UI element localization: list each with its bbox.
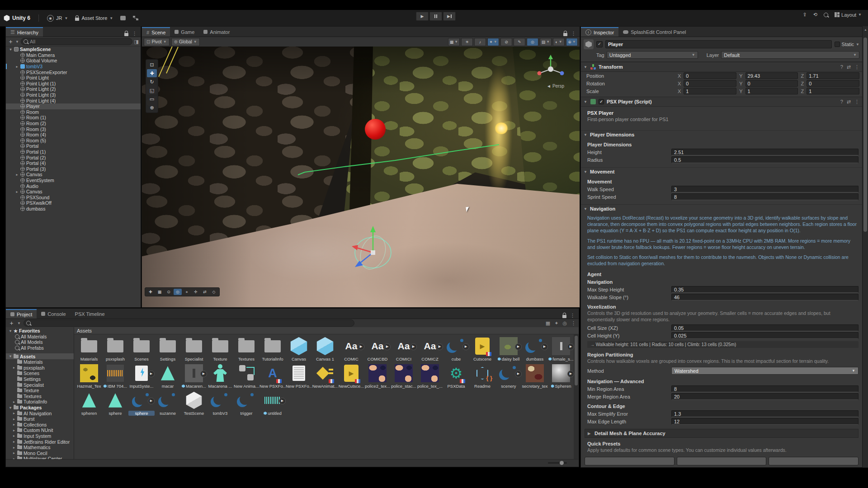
expand-arrow-icon[interactable]: ▶ — [515, 343, 522, 350]
asset-tile[interactable]: ▶ scenery — [495, 363, 522, 389]
x-value-field[interactable]: 0 — [684, 72, 736, 79]
view-tool-button[interactable]: ⊡ — [147, 61, 157, 69]
expand-arrow-icon[interactable]: ▶ — [384, 343, 391, 350]
presets-icon[interactable]: ⇄ — [847, 64, 851, 70]
pivot-toggle[interactable]: ⊡Pivot▼ — [144, 38, 170, 46]
effects-toggle-button[interactable]: ✦▼ — [487, 38, 499, 46]
asset-tile[interactable]: ▶ Hazmat_Tex — [76, 363, 102, 389]
hierarchy-search-input[interactable]: All — [21, 38, 132, 45]
play-button[interactable]: ▶ — [416, 12, 429, 21]
asset-tile[interactable]: ▶ female_s... — [548, 336, 574, 361]
asset-tile[interactable]: ▶ COMICI — [391, 336, 417, 361]
add-overlay-icon[interactable]: ✛ — [192, 289, 200, 295]
asset-tile[interactable]: ▶ New PSXFo... — [259, 363, 286, 389]
value-field[interactable]: 0.025 — [671, 332, 859, 339]
y-value-field[interactable]: 0 — [745, 80, 798, 87]
tab-splashedit[interactable]: SplashEdit Control Panel — [618, 27, 690, 37]
asset-tile[interactable]: ▶ Canvas — [286, 336, 312, 361]
add-asset-button[interactable]: ＋ — [9, 319, 14, 327]
expand-arrow-icon[interactable]: ▶ — [358, 343, 364, 350]
asset-tile[interactable]: ▶ suzanne — [155, 390, 181, 416]
transform-tool-button[interactable]: ⊕ — [147, 103, 157, 112]
project-search-input[interactable] — [24, 319, 354, 327]
tree-folder[interactable]: ▸ psxsplash — [6, 365, 74, 371]
hierarchy-item[interactable]: ▸ tombV3 — [6, 64, 141, 70]
asset-tile[interactable]: ▶ Cutscene — [469, 336, 495, 361]
asset-tile[interactable]: ▶ NewCutsce... — [338, 363, 364, 389]
hierarchy-item[interactable]: Portal — [6, 143, 141, 149]
asset-tile[interactable]: ▶ dumbass — [522, 336, 548, 361]
rect-tool-button[interactable]: ▭ — [147, 95, 157, 103]
player-dimensions-foldout[interactable]: ▼Player Dimensions — [581, 130, 862, 139]
help-icon[interactable]: ? — [840, 64, 843, 70]
expand-arrow-icon[interactable]: ▶ — [148, 371, 155, 377]
tree-package[interactable]: ▸ Collections — [6, 422, 74, 428]
asset-tile[interactable]: ▶ PSXData — [443, 363, 469, 389]
assets-root[interactable]: ▾ Assets — [6, 353, 74, 359]
asset-tile[interactable]: ▶ COMICZ — [417, 336, 443, 361]
asset-tile[interactable]: ▶ NewAnimat... — [312, 363, 338, 389]
camera-settings-button[interactable]: ◐▼ — [553, 38, 565, 46]
foldout-arrow-icon[interactable]: ▸ — [15, 190, 19, 194]
hierarchy-item[interactable]: Point Light — [6, 75, 141, 81]
component-menu-icon[interactable]: ⋮ — [854, 64, 859, 70]
tag-dropdown[interactable]: Untagged▼ — [607, 51, 698, 59]
hierarchy-item[interactable]: PSXSound — [6, 194, 141, 200]
active-checkbox[interactable]: ✓ — [596, 41, 603, 47]
value-field[interactable]: 0.05 — [671, 324, 859, 331]
preset-button[interactable] — [585, 457, 675, 465]
chevron-down-icon[interactable]: ▼ — [856, 42, 859, 47]
expand-arrow-icon[interactable]: ▶ — [515, 371, 522, 377]
tree-folder[interactable]: Scenes — [6, 371, 74, 376]
asset-tile[interactable]: ▶ untitled — [259, 390, 286, 416]
tree-folder[interactable]: Materials — [6, 359, 74, 365]
hierarchy-item[interactable]: Room (1) — [6, 115, 141, 121]
hierarchy-item[interactable]: Portal (3) — [6, 166, 141, 172]
component-menu-icon[interactable]: ⋮ — [854, 99, 859, 105]
hierarchy-item[interactable]: Point Light (3) — [6, 92, 141, 98]
y-value-field[interactable]: 29.43 — [745, 72, 798, 79]
asset-tile[interactable]: ▶ Readme — [469, 363, 495, 389]
more-overlay-icon[interactable]: ◇ — [210, 289, 218, 295]
gameobject-cube-icon[interactable] — [584, 39, 594, 49]
asset-tile[interactable]: ▶ TutorialInfo — [259, 336, 286, 361]
tab-project[interactable]: Project — [6, 309, 37, 319]
asset-tile[interactable]: ▶ sphere — [128, 390, 155, 416]
hierarchy-item[interactable]: Audio — [6, 183, 141, 189]
asset-tile[interactable]: ▶ COMIC — [338, 336, 364, 361]
hierarchy-item[interactable]: dumbass — [6, 206, 141, 212]
static-checkbox[interactable] — [835, 42, 840, 47]
grid-visibility-button[interactable]: ▦▼ — [448, 38, 460, 46]
expand-arrow-icon[interactable]: ▶ — [541, 343, 548, 350]
more-options-icon[interactable]: ⋮ — [571, 320, 576, 326]
asset-tile[interactable]: ▶ New Anima... — [233, 363, 259, 389]
hidden-packages-icon[interactable]: ◎ — [562, 320, 567, 326]
method-dropdown[interactable]: Watershed▼ — [671, 367, 859, 375]
projection-mode-label[interactable]: ◄Persp — [547, 84, 564, 89]
hierarchy-item[interactable]: Portal (4) — [6, 160, 141, 166]
foldout-arrow-icon[interactable]: ▸ — [15, 65, 19, 69]
hierarchy-item[interactable]: Global Volume — [6, 58, 141, 64]
favorites-item[interactable]: All Prefabs — [6, 345, 74, 351]
preset-button[interactable] — [677, 457, 767, 465]
tab-animator[interactable]: Animator — [199, 27, 234, 37]
value-field[interactable]: 46 — [671, 294, 859, 300]
value-field[interactable]: 0.5 — [671, 156, 859, 163]
tree-package[interactable]: ▸ Multiplayer Center — [6, 456, 74, 459]
tree-folder[interactable]: Texture — [6, 388, 74, 394]
lock-icon[interactable] — [562, 315, 566, 318]
tab-console[interactable]: Console — [37, 309, 70, 319]
psx-player-header[interactable]: ▼ ✓ PSX Player (Script) ? ⇄ ⋮ — [581, 97, 862, 107]
expand-arrow-icon[interactable]: ▶ — [200, 371, 207, 377]
z-value-field[interactable]: 1.71 — [807, 72, 859, 79]
tab-hierarchy[interactable]: ☰Hierarchy — [6, 27, 43, 37]
orientation-gizmo[interactable] — [534, 53, 567, 85]
foldout-arrow-icon[interactable]: ▸ — [12, 451, 16, 455]
foldout-arrow-icon[interactable]: ▸ — [12, 366, 16, 370]
value-field[interactable]: 20 — [671, 393, 859, 400]
preset-button[interactable] — [769, 457, 859, 465]
asset-tile[interactable]: ▶ Spheren — [548, 363, 574, 389]
tab-game[interactable]: Game — [170, 27, 199, 37]
asset-tile[interactable]: ▶ psxsplash — [102, 336, 128, 361]
cloud-upload-icon[interactable]: ⇪ — [803, 12, 807, 18]
